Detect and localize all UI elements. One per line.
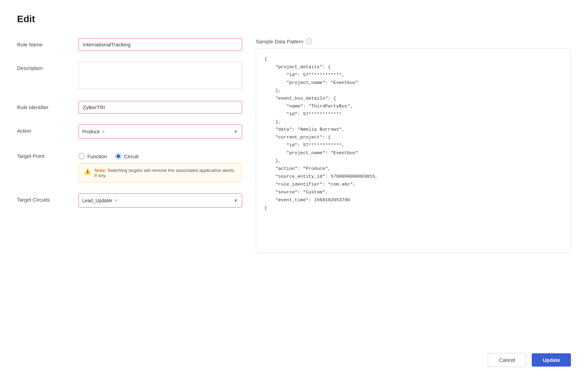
warning-icon: ⚠️ — [84, 168, 91, 175]
circuit-radio-label: Circuit — [124, 153, 139, 159]
description-control — [78, 62, 242, 90]
description-label: Description — [17, 62, 78, 71]
rule-identifier-label: Rule Identifier — [17, 101, 78, 110]
info-icon[interactable]: i — [306, 38, 312, 44]
target-circuits-row: Target Circuits Lead_Updater × ▼ — [17, 193, 242, 208]
target-circuits-select[interactable]: Lead_Updater × ▼ — [78, 193, 242, 208]
function-radio-input[interactable] — [78, 153, 85, 159]
rule-name-label: Rule Name — [17, 38, 78, 47]
action-control: Produce × ▼ — [78, 124, 242, 139]
function-radio-label: Function — [87, 153, 107, 159]
action-select[interactable]: Produce × ▼ — [78, 124, 242, 139]
action-tag: Produce × — [82, 129, 105, 134]
sample-data-title: Sample Data Pattern — [256, 39, 303, 44]
rule-identifier-input[interactable] — [78, 101, 242, 114]
target-circuits-dropdown-arrow: ▼ — [234, 198, 238, 203]
circuit-radio-input[interactable] — [115, 153, 121, 159]
rule-name-input[interactable] — [78, 38, 242, 51]
footer-buttons: Cancel Update — [488, 353, 571, 367]
right-panel: Sample Data Pattern i { "project_details… — [256, 38, 571, 253]
rule-name-row: Rule Name — [17, 38, 242, 51]
json-box: { "project_details": { "id": 57*********… — [256, 48, 571, 253]
action-dropdown-arrow: ▼ — [234, 129, 238, 134]
action-label: Action — [17, 124, 78, 134]
target-circuits-label: Target Circuits — [17, 193, 78, 203]
target-circuits-tag-remove[interactable]: × — [115, 198, 117, 203]
action-tag-remove[interactable]: × — [102, 129, 105, 134]
cancel-button[interactable]: Cancel — [488, 353, 526, 367]
description-row: Description — [17, 62, 242, 90]
rule-name-control — [78, 38, 242, 51]
target-point-radio-group: Function Circuit — [78, 150, 242, 159]
page-title: Edit — [17, 14, 571, 25]
target-point-row: Target Point Function Circuit ⚠️ — [17, 150, 242, 182]
rule-identifier-row: Rule Identifier — [17, 101, 242, 114]
warning-text: Note: Switching targets will remove the … — [94, 168, 236, 178]
rule-identifier-control — [78, 101, 242, 114]
left-panel: Rule Name Description Rule Identifier — [17, 38, 242, 253]
target-circuits-control: Lead_Updater × ▼ — [78, 193, 242, 208]
page-container: Edit Rule Name Description Rule Identifi… — [0, 0, 588, 384]
warning-box: ⚠️ Note: Switching targets will remove t… — [78, 163, 242, 182]
note-label: Note: — [94, 168, 106, 173]
target-circuits-tag: Lead_Updater × — [82, 198, 117, 203]
description-input[interactable] — [78, 62, 242, 89]
update-button[interactable]: Update — [532, 353, 571, 367]
sample-data-header: Sample Data Pattern i — [256, 38, 571, 44]
target-point-control: Function Circuit ⚠️ Note: Switching targ… — [78, 150, 242, 182]
function-radio-option[interactable]: Function — [78, 153, 107, 159]
circuit-radio-option[interactable]: Circuit — [115, 153, 139, 159]
action-row: Action Produce × ▼ — [17, 124, 242, 139]
main-layout: Rule Name Description Rule Identifier — [17, 38, 571, 253]
target-point-label: Target Point — [17, 150, 78, 159]
